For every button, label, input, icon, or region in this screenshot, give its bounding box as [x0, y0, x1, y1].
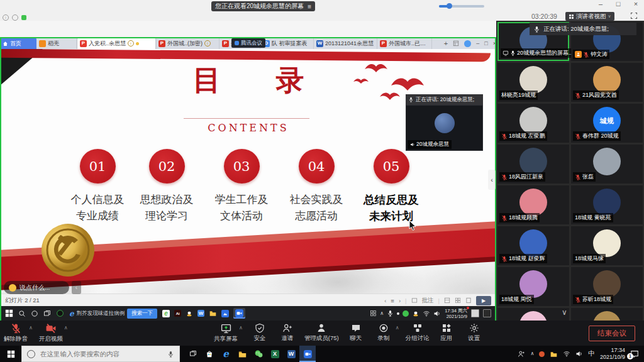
next-slide-icon: › — [399, 297, 401, 304]
annotate-icon — [411, 297, 418, 304]
toolbar-item-应用[interactable]: 应用 — [436, 323, 457, 343]
participant-tile[interactable]: 18城规 赵俊辉 — [497, 226, 569, 265]
toc-item-text: 社会实践及志愿活动 — [275, 192, 358, 224]
taskbar-clock[interactable]: 17:34 2021/10/9 — [600, 347, 625, 361]
chat-icon — [351, 323, 361, 333]
participant-name: 18城规马缘 — [575, 255, 604, 263]
browser-tab: 稻壳 — [36, 38, 77, 49]
ime-indicator[interactable]: 中 — [588, 349, 595, 358]
toolbar-item-录制[interactable]: 录制∧ — [373, 323, 399, 343]
toolbar-item-设置[interactable]: 设置 — [464, 323, 485, 343]
toolbar-item-开启视频[interactable]: 开启视频∧ — [39, 323, 68, 343]
meeting-icon — [304, 350, 312, 358]
toolbar-label: 录制 — [377, 334, 389, 343]
taskbar-search[interactable] — [21, 346, 180, 362]
toolbar-item-共享屏幕[interactable]: 共享屏幕∧ — [214, 323, 243, 343]
folder-icon — [209, 310, 217, 317]
participant-tile[interactable]: 18城规 黄晓苑 — [571, 185, 643, 224]
toolbar-item-聊天[interactable]: 聊天 — [345, 323, 367, 343]
slide-title: 目 录 — [148, 62, 349, 99]
participant-name: 18城规 周悦 — [501, 295, 532, 304]
avatar — [519, 148, 547, 175]
taskbar-app-taskview-icon[interactable] — [185, 346, 201, 362]
browser-tab: P外国城..(加密)i — [156, 38, 219, 49]
participant-tile[interactable]: 18城规 左俊鹏 — [497, 104, 569, 143]
chevron-up-icon[interactable]: ∧ — [64, 325, 68, 331]
avatar — [519, 270, 547, 298]
toolbar-item-安全[interactable]: 安全 — [249, 323, 270, 343]
participant-tile[interactable]: 21风园党文酋 — [571, 63, 643, 102]
participant-tile[interactable] — [571, 308, 643, 321]
participant-tile[interactable] — [497, 308, 569, 321]
people-icon[interactable] — [518, 350, 526, 358]
chat-collapse-button[interactable]: ‹ — [72, 281, 81, 294]
mic-muted-icon — [575, 133, 581, 140]
toolbar-item-分组讨论[interactable]: 分组讨论 — [406, 323, 430, 343]
taskbar-app-meeting-icon[interactable] — [299, 346, 316, 362]
shared-show-desktop-icon — [483, 309, 491, 317]
avatar — [593, 270, 621, 298]
toolbar-item-解除静音[interactable]: 解除静音∧ — [4, 323, 33, 343]
taskbar-app-store-icon[interactable] — [201, 346, 218, 362]
taskbar-app-explorer-icon[interactable] — [234, 346, 250, 362]
participant-tile[interactable]: 18风园江新泉 — [497, 145, 569, 184]
grid-view-icon — [455, 297, 461, 304]
scroll-down-icon[interactable]: ∨ — [562, 308, 567, 317]
taskbar-app-excel-icon[interactable]: X — [267, 346, 283, 362]
sidebar-collapse-button[interactable]: ‹ — [488, 170, 496, 190]
mic-muted-icon — [501, 133, 508, 140]
participant-tile[interactable]: 18城规马缘 — [571, 226, 643, 265]
word-doc-icon: W — [316, 40, 323, 47]
toolbar-label: 邀请 — [281, 334, 293, 343]
participant-tile[interactable]: 18城规顾腾 — [497, 185, 569, 224]
camera-off-red-icon — [45, 323, 57, 334]
emoji-icon[interactable] — [9, 284, 16, 292]
mic-icon[interactable] — [167, 351, 174, 358]
new-tab-button: + — [444, 40, 448, 47]
watching-banner[interactable]: 您正在观看20城规余思慧的屏幕 ≡ — [211, 1, 315, 11]
toolbar-item-管理成员(75)[interactable]: 管理成员(75) — [304, 323, 339, 343]
participant-tile[interactable]: 18城规 周悦 — [497, 267, 569, 306]
folder-icon[interactable] — [550, 351, 558, 358]
layout-grid-icon — [569, 14, 574, 19]
close-button[interactable]: × — [630, 0, 641, 8]
edge-icon: e — [69, 309, 74, 318]
view-mode-button[interactable]: 演讲者视图 ∨ — [565, 12, 614, 21]
participant-tile[interactable]: 林晓亮19城规 — [497, 63, 569, 102]
participant-tile[interactable]: 苏昕18城规 — [571, 267, 643, 306]
e-green-icon: e — [162, 310, 170, 317]
news-search-widget: e 荆芥发现味道拉病例 搜索一下 — [69, 309, 157, 319]
banner-menu-icon[interactable]: ≡ — [308, 3, 311, 10]
word-app-icon: W — [287, 350, 296, 358]
speaker-video-popup[interactable]: 正在讲话: 20城规余思慧; 20城规余思慧 — [406, 94, 483, 151]
maximize-button[interactable]: □ — [613, 0, 624, 8]
taskbar-app-edge-icon[interactable]: e — [218, 346, 234, 362]
fullscreen-icon[interactable] — [630, 12, 638, 19]
apps-icon — [441, 323, 452, 333]
volume-slider-knob[interactable] — [447, 3, 452, 9]
browser-tab: 首页 — [0, 38, 36, 49]
minimize-button[interactable]: – — [595, 0, 606, 8]
participant-tile[interactable]: 城规春伟群 20城规 — [571, 104, 643, 143]
volume-slider[interactable] — [439, 5, 484, 8]
slide-subtitle: CONTENTS — [148, 122, 349, 134]
wifi-icon[interactable] — [563, 350, 570, 358]
taskbar-app-word-app-icon[interactable]: W — [283, 346, 299, 362]
chevron-up-icon[interactable]: ∧ — [239, 325, 243, 331]
speaker-video[interactable]: 20城规余思慧 — [406, 105, 483, 151]
volume-icon[interactable] — [575, 350, 583, 358]
toolbar-item-邀请[interactable]: 邀请 — [277, 323, 298, 343]
search-input[interactable] — [39, 349, 164, 358]
chevron-up-icon[interactable]: ∧ — [396, 325, 399, 331]
avatar — [593, 189, 621, 216]
quick-chat-input[interactable]: 说点什么... — [4, 281, 69, 294]
notification-center-icon[interactable]: 1 — [630, 349, 639, 358]
participant-tile[interactable]: 张磊 — [571, 145, 643, 184]
participant-name: 18城规 左俊鹏 — [509, 132, 545, 140]
start-button[interactable] — [0, 350, 21, 358]
cortana-icon — [31, 310, 38, 317]
onedrive-red-icon[interactable] — [539, 351, 545, 357]
end-meeting-button[interactable]: 结束会议 — [589, 326, 635, 341]
chevron-up-icon[interactable]: ∧ — [29, 325, 33, 331]
taskbar-app-wechat-icon[interactable] — [250, 346, 267, 362]
